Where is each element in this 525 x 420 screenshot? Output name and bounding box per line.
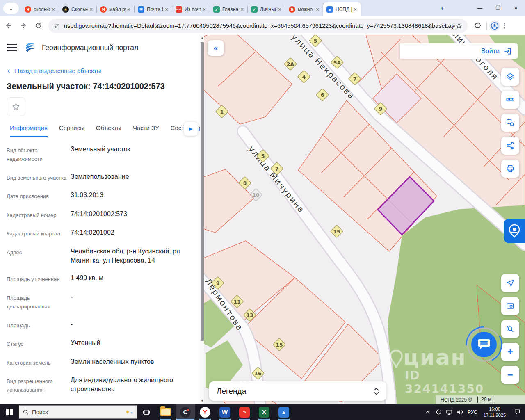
- action-center-button[interactable]: [509, 404, 525, 420]
- minimize-button[interactable]: —: [471, 0, 489, 16]
- tab-title: Сколько: [71, 7, 88, 12]
- chevron-left-icon: ‹: [7, 66, 10, 75]
- cian-watermark: циан ID 324141350: [389, 347, 488, 396]
- taskbar-app-cbrowser[interactable]: C: [176, 404, 195, 420]
- reload-button[interactable]: [32, 20, 44, 32]
- maximize-button[interactable]: ❐: [489, 0, 507, 16]
- panel-collapse-button[interactable]: «: [208, 40, 224, 56]
- back-to-selected-link[interactable]: ‹ Назад в выделенные объекты: [7, 66, 101, 75]
- tab-close-icon[interactable]: ×: [126, 6, 132, 13]
- panel-tab-сервисы[interactable]: Сервисы: [59, 124, 84, 137]
- browser-tab[interactable]: PDFИз почт×: [172, 2, 210, 16]
- address-bar[interactable]: nspd.gov.ru/map?thematic=Default&zoom=17…: [48, 19, 468, 33]
- notification-icon: [514, 409, 520, 415]
- tab-close-icon[interactable]: ×: [50, 6, 57, 13]
- search-on-map-button[interactable]: [501, 320, 519, 338]
- login-exit-icon: [504, 47, 512, 55]
- tab-close-icon[interactable]: ×: [201, 6, 208, 13]
- taskbar-clock[interactable]: 16:00 17.11.2025: [480, 406, 509, 418]
- browser-tab[interactable]: ★Сколько×: [59, 2, 97, 16]
- layers-button[interactable]: [501, 68, 519, 86]
- parcel-attributes: Вид объекта недвижимостиЗемельный участо…: [7, 145, 192, 404]
- attribute-row: СтатусУчтенный: [7, 338, 192, 348]
- close-button[interactable]: ✕: [507, 0, 525, 16]
- tab-title: Из почт: [185, 7, 201, 12]
- taskbar-app-yandex[interactable]: Y: [195, 404, 215, 420]
- browser-tab[interactable]: ≡НСПД |×: [323, 2, 361, 16]
- network-icon[interactable]: [444, 404, 454, 420]
- browser-tab[interactable]: ✉Почта М×: [135, 2, 172, 16]
- browser-tab[interactable]: Ямайл ру×: [97, 2, 135, 16]
- photos-app-icon: ▲: [278, 407, 289, 418]
- legend-toggle-icon[interactable]: [374, 388, 379, 395]
- favorite-button[interactable]: [7, 97, 25, 116]
- nspd-logo-tab[interactable]: [504, 219, 525, 243]
- map-attribution: НСПД 2025 © 20 м: [436, 395, 525, 404]
- print-button[interactable]: [501, 160, 519, 178]
- taskbar-app-excel[interactable]: X: [254, 404, 274, 420]
- portal-header: Геоинформационный портал: [7, 41, 138, 54]
- login-bar[interactable]: Войти: [400, 43, 518, 59]
- panel-tab-объекты[interactable]: Объекты: [96, 124, 121, 137]
- plus-icon: +: [507, 347, 513, 357]
- start-button[interactable]: [0, 404, 19, 420]
- volume-icon[interactable]: [454, 404, 465, 420]
- taskbar-app-redapp[interactable]: »: [235, 404, 254, 420]
- tab-close-icon[interactable]: ×: [88, 6, 94, 13]
- tab-close-icon[interactable]: ×: [314, 6, 321, 13]
- legend-bar[interactable]: Легенда: [209, 381, 386, 401]
- browser-menu-button[interactable]: ⋮: [500, 22, 510, 30]
- scrollbar-thumb[interactable]: [201, 42, 204, 341]
- attribute-row: Категория земельЗемли населенных пунктов: [7, 357, 192, 367]
- tab-close-icon[interactable]: ×: [276, 6, 283, 13]
- scroll-up-icon[interactable]: ▲: [200, 36, 204, 40]
- panel-tab-информация[interactable]: Информация: [10, 124, 48, 137]
- svg-text:11: 11: [233, 299, 240, 305]
- panel-tab-части-зу[interactable]: Части ЗУ: [133, 124, 159, 137]
- browser-tab[interactable]: Яможно×: [285, 2, 323, 16]
- svg-text:9: 9: [216, 280, 220, 286]
- taskbar-app-folder[interactable]: [156, 404, 176, 420]
- zoom-in-button[interactable]: +: [501, 343, 519, 361]
- language-indicator[interactable]: РУС: [465, 409, 480, 415]
- tab-close-icon[interactable]: ×: [239, 6, 245, 13]
- overview-map-button[interactable]: [501, 297, 519, 315]
- bookmark-star-icon[interactable]: [455, 22, 463, 30]
- extensions-button[interactable]: [472, 20, 484, 32]
- tab-search-button[interactable]: ⌄: [3, 3, 19, 14]
- browser-tab[interactable]: ✓Личный×: [248, 2, 285, 16]
- svg-text:9: 9: [379, 106, 383, 112]
- onedrive-icon[interactable]: [433, 404, 444, 420]
- svg-text:13: 13: [246, 312, 253, 318]
- share-button[interactable]: [501, 137, 519, 155]
- tabs-scroll-right-button[interactable]: ▶: [184, 122, 198, 136]
- scroll-down-icon[interactable]: ▼: [200, 399, 204, 403]
- new-tab-button[interactable]: +: [437, 4, 447, 14]
- field-value: Челябинская обл, р-н Кусинский, рп Магни…: [71, 247, 192, 265]
- task-view-icon: [143, 409, 150, 416]
- back-button[interactable]: [2, 20, 15, 32]
- forward-button[interactable]: [17, 20, 30, 32]
- task-view-button[interactable]: [137, 404, 156, 420]
- tray-chevron-up-icon[interactable]: [422, 404, 433, 420]
- tab-close-icon[interactable]: ×: [352, 6, 358, 13]
- search-icon: [23, 409, 29, 415]
- taskbar-app-photos[interactable]: ▲: [274, 404, 294, 420]
- browser-tab[interactable]: ✓Главная×: [210, 2, 248, 16]
- map-viewport[interactable]: улица Некрасоваулица Гоголяулица Мичурин…: [204, 35, 525, 404]
- browser-tab-strip: ⌄ Ясколько×★Сколько×Ямайл ру×✉Почта М×PD…: [0, 0, 525, 16]
- measure-button[interactable]: [501, 91, 519, 109]
- zoom-out-button[interactable]: −: [501, 366, 519, 384]
- profile-avatar[interactable]: [489, 21, 500, 31]
- hamburger-menu-icon[interactable]: [7, 43, 17, 52]
- taskbar-search[interactable]: Поиск ✶✶: [19, 405, 137, 419]
- attribute-row: Вид разрешенного использованияДля индиви…: [7, 376, 192, 395]
- locate-button[interactable]: [501, 274, 519, 292]
- panel-scrollbar[interactable]: ▲ ▼: [200, 35, 204, 404]
- browser-tab[interactable]: Ясколько×: [21, 2, 59, 16]
- area-search-button[interactable]: [501, 114, 519, 132]
- tab-close-icon[interactable]: ×: [163, 6, 170, 13]
- taskbar-app-word[interactable]: W: [215, 404, 235, 420]
- attribute-row: Вид земельного участкаЗемлепользование: [7, 172, 192, 182]
- printer-icon: [506, 164, 515, 173]
